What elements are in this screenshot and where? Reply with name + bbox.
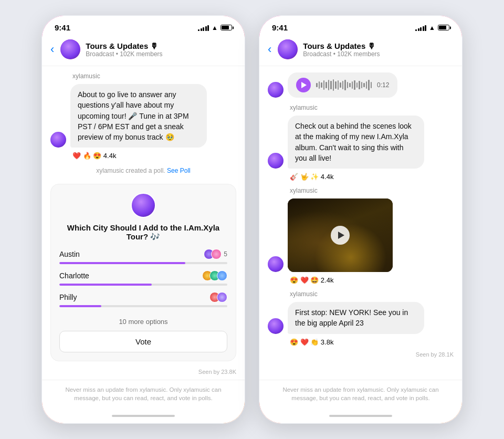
audio-message-row: 0:12	[268, 72, 454, 98]
poll-avatar	[131, 193, 156, 218]
wifi-icon-right: ▲	[429, 24, 435, 32]
poll-bar-bg-philly	[59, 305, 227, 307]
poll-bar-fill-charlotte	[59, 284, 152, 286]
sender-name-right-2: xylamusic	[290, 187, 454, 194]
channel-avatar-right	[278, 39, 298, 59]
channel-subtitle-left: Broadcast • 102K members	[86, 50, 236, 58]
home-indicator-left	[42, 409, 245, 423]
wifi-icon-left: ▲	[212, 24, 218, 32]
poll-more-options: 10 more options	[59, 313, 227, 329]
footer-note-right: Never miss an update from xylamusic. Onl…	[259, 380, 462, 409]
poll-option-label-charlotte: Charlotte	[59, 271, 89, 280]
header-info-left: Tours & Updates 🎙 Broadcast • 102K membe…	[86, 41, 236, 58]
poll-bar-fill-austin	[59, 262, 185, 264]
battery-icon-right	[438, 25, 449, 30]
poll-voters-charlotte	[202, 270, 227, 281]
poll-bar-bg-austin	[59, 262, 227, 264]
left-phone: 9:41 ▲ ‹	[41, 15, 246, 424]
poll-option-label-philly: Philly	[59, 293, 77, 301]
reactions-right-1[interactable]: 🎸 🤟 ✨ 4.4k	[290, 173, 454, 181]
back-button-right[interactable]: ‹	[268, 43, 271, 56]
status-icons-right: ▲	[415, 24, 449, 32]
channel-avatar-left	[60, 39, 80, 59]
channel-title-right: Tours & Updates 🎙	[303, 41, 454, 50]
avatar-right-1	[268, 153, 284, 169]
signal-icon-right	[415, 25, 426, 31]
status-time-left: 9:41	[55, 23, 70, 32]
signal-icon-left	[198, 25, 209, 31]
footer-note-left: Never miss an update from xylamusic. Onl…	[42, 380, 245, 409]
reactions-right-2[interactable]: 😍 ❤️ 🤩 2.4k	[290, 276, 454, 284]
video-thumbnail[interactable]	[288, 198, 393, 272]
poll-option-label-austin: Austin	[59, 250, 80, 258]
status-time-right: 9:41	[272, 23, 288, 32]
play-button[interactable]	[296, 78, 311, 92]
sender-name-1: xylamusic	[72, 72, 236, 80]
message-row-right-1: Check out a behind the scenes look at th…	[268, 116, 454, 169]
chat-header-left: ‹ Tours & Updates 🎙 Broadcast • 102K mem…	[42, 35, 245, 66]
message-bubble-right-3: First stop: NEW YORK! See you in the big…	[288, 302, 424, 334]
poll-bar-bg-charlotte	[59, 284, 227, 286]
avatar-right-2	[268, 256, 284, 272]
poll-voters-philly	[209, 292, 227, 302]
message-bubble-1: About to go live to answer any questions…	[70, 84, 207, 148]
chat-area-left: xylamusic About to go live to answer any…	[42, 66, 245, 380]
channel-subtitle-right: Broadcast • 102K members	[303, 50, 454, 58]
header-info-right: Tours & Updates 🎙 Broadcast • 102K membe…	[303, 41, 454, 58]
waveform	[316, 79, 372, 91]
poll-voters-austin: 5	[204, 249, 227, 259]
back-button-left[interactable]: ‹	[50, 43, 54, 56]
avatar-left-1	[50, 132, 66, 148]
channel-title-left: Tours & Updates 🎙	[86, 41, 236, 50]
status-icons-left: ▲	[198, 24, 232, 32]
system-message-poll: xylamusic created a poll. See Poll	[50, 167, 236, 174]
status-bar-right: 9:41 ▲	[259, 16, 462, 35]
poll-option-charlotte: Charlotte	[59, 270, 227, 286]
status-bar-left: 9:41 ▲	[42, 16, 245, 35]
avatar-right-3	[268, 318, 284, 334]
reactions-1[interactable]: ❤️ 🔥 😍 4.4k	[72, 152, 236, 160]
see-poll-link[interactable]: See Poll	[167, 167, 191, 174]
vote-button[interactable]: Vote	[59, 331, 227, 352]
avatar-right-audio	[268, 82, 284, 98]
sender-name-right-1: xylamusic	[290, 104, 454, 111]
seen-count-left: Seen by 23.8K	[50, 367, 236, 377]
right-phone: 9:41 ▲ ‹	[258, 15, 463, 424]
audio-duration: 0:12	[377, 81, 389, 89]
phones-container: 9:41 ▲ ‹	[41, 15, 463, 424]
video-play-overlay[interactable]	[331, 226, 350, 245]
message-bubble-right-1: Check out a behind the scenes look at th…	[288, 116, 424, 169]
poll-option-austin: Austin 5	[59, 249, 227, 264]
play-triangle-icon	[301, 82, 307, 88]
seen-count-right: Seen by 28.1K	[268, 349, 454, 360]
play-overlay-icon	[338, 232, 344, 239]
video-message-row	[268, 198, 454, 272]
audio-bubble[interactable]: 0:12	[288, 72, 397, 98]
chat-header-right: ‹ Tours & Updates 🎙 Broadcast • 102K mem…	[259, 35, 462, 66]
poll-option-philly: Philly	[59, 292, 227, 307]
message-row-right-3: First stop: NEW YORK! See you in the big…	[268, 302, 454, 334]
battery-icon-left	[220, 25, 232, 30]
chat-area-right: 0:12 xylamusic Check out a behind the sc…	[259, 66, 462, 380]
poll-card: Which City Should I Add to the I.Am.Xyla…	[50, 184, 236, 361]
reactions-right-3[interactable]: 😍 ❤️ 👏 3.8k	[290, 338, 454, 346]
sender-name-right-3: xylamusic	[290, 290, 454, 298]
poll-bar-fill-philly	[59, 305, 101, 307]
poll-avatar-container	[59, 193, 227, 218]
home-indicator-right	[259, 409, 462, 423]
message-row-1: About to go live to answer any questions…	[50, 84, 236, 148]
poll-title: Which City Should I Add to the I.Am.Xyla…	[59, 223, 227, 242]
